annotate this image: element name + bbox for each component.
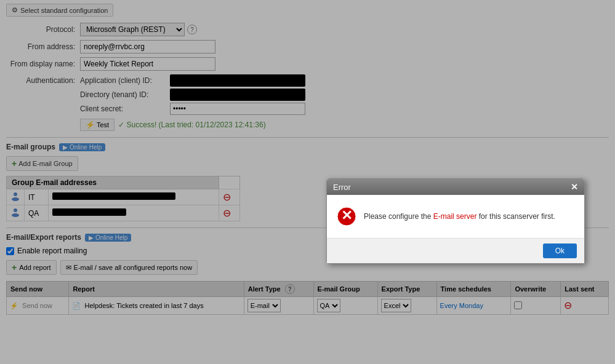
modal-titlebar: Error ✕ (327, 179, 584, 195)
ok-button[interactable]: Ok (543, 243, 577, 258)
error-modal: Error ✕ ✕ Please configure the E-mail se… (326, 178, 585, 264)
modal-title: Error (333, 183, 351, 192)
modal-close-button[interactable]: ✕ (571, 182, 578, 192)
modal-message: Please configure the E-mail server for t… (364, 211, 555, 222)
error-icon: ✕ (337, 207, 356, 226)
modal-body: ✕ Please configure the E-mail server for… (327, 195, 584, 238)
modal-footer: Ok (327, 238, 584, 263)
svg-text:✕: ✕ (341, 208, 352, 223)
